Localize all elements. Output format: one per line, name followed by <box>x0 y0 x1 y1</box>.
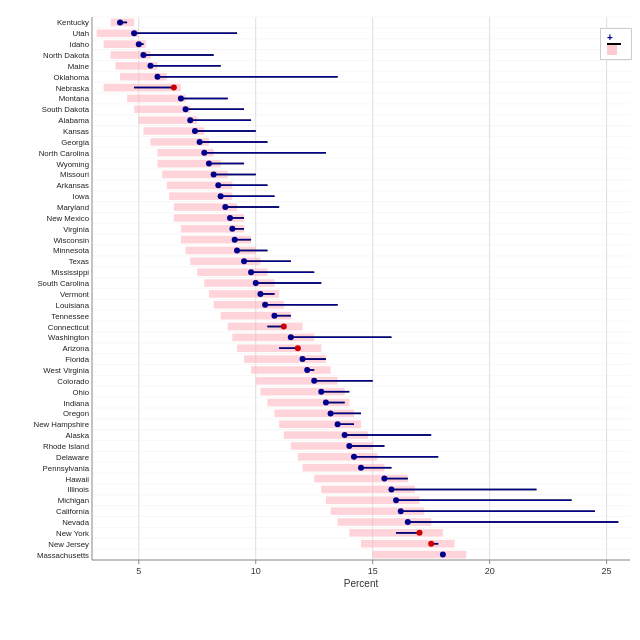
svg-point-122 <box>192 128 198 134</box>
svg-point-92 <box>147 63 153 69</box>
svg-text:Delaware: Delaware <box>56 453 89 462</box>
svg-point-207 <box>271 313 277 319</box>
svg-point-77 <box>131 30 137 36</box>
svg-point-212 <box>281 324 287 330</box>
svg-point-177 <box>234 247 240 253</box>
svg-text:North Carolina: North Carolina <box>39 149 90 158</box>
svg-text:California: California <box>56 507 90 516</box>
svg-point-157 <box>222 204 228 210</box>
svg-point-307 <box>416 530 422 536</box>
svg-text:Kentucky: Kentucky <box>57 18 89 27</box>
svg-point-217 <box>288 334 294 340</box>
svg-point-247 <box>323 400 329 406</box>
svg-rect-209 <box>228 323 303 331</box>
svg-point-182 <box>241 258 247 264</box>
svg-text:New Mexico: New Mexico <box>47 214 90 223</box>
svg-point-187 <box>248 269 254 275</box>
svg-point-232 <box>304 367 310 373</box>
svg-point-197 <box>257 291 263 297</box>
svg-point-152 <box>218 193 224 199</box>
svg-text:Pennsylvania: Pennsylvania <box>43 464 90 473</box>
svg-point-257 <box>335 421 341 427</box>
svg-text:Arkansas: Arkansas <box>56 181 89 190</box>
svg-point-267 <box>346 443 352 449</box>
svg-text:5: 5 <box>136 566 141 576</box>
svg-point-112 <box>183 106 189 112</box>
svg-text:25: 25 <box>602 566 612 576</box>
svg-text:20: 20 <box>485 566 495 576</box>
svg-text:Maine: Maine <box>68 62 89 71</box>
svg-text:South Dakota: South Dakota <box>42 105 90 114</box>
svg-point-277 <box>358 465 364 471</box>
svg-text:Iowa: Iowa <box>73 192 90 201</box>
svg-point-312 <box>428 541 434 547</box>
svg-text:Vermont: Vermont <box>60 290 90 299</box>
svg-point-252 <box>328 410 334 416</box>
svg-point-192 <box>253 280 259 286</box>
svg-text:Georgia: Georgia <box>61 138 89 147</box>
current-rate-icon: + <box>607 33 613 43</box>
svg-text:New Hampshire: New Hampshire <box>34 420 89 429</box>
svg-point-302 <box>405 519 411 525</box>
legend-prev-year <box>607 45 625 55</box>
svg-text:Minnesota: Minnesota <box>53 246 90 255</box>
svg-text:Utah: Utah <box>73 29 89 38</box>
svg-text:Nebraska: Nebraska <box>56 84 90 93</box>
chart-container: + 510152025PercentKentuckyUtahIdahoNorth… <box>0 0 640 640</box>
svg-text:Nevada: Nevada <box>62 518 90 527</box>
svg-point-97 <box>154 74 160 80</box>
svg-point-117 <box>187 117 193 123</box>
svg-text:Connecticut: Connecticut <box>48 323 90 332</box>
svg-text:Percent: Percent <box>344 578 379 589</box>
svg-text:Mississippi: Mississippi <box>51 268 89 277</box>
svg-point-242 <box>318 389 324 395</box>
svg-text:Kansas: Kansas <box>63 127 89 136</box>
legend: + <box>600 28 632 60</box>
svg-text:Florida: Florida <box>65 355 89 364</box>
svg-point-82 <box>136 41 142 47</box>
svg-text:Colorado: Colorado <box>57 377 89 386</box>
svg-rect-104 <box>127 95 185 103</box>
svg-text:Indiana: Indiana <box>63 399 89 408</box>
svg-point-87 <box>140 52 146 58</box>
svg-text:Alabama: Alabama <box>58 116 89 125</box>
svg-point-202 <box>262 302 268 308</box>
svg-point-137 <box>206 161 212 167</box>
svg-point-132 <box>201 150 207 156</box>
svg-point-317 <box>440 552 446 558</box>
svg-text:South Carolina: South Carolina <box>37 279 89 288</box>
svg-text:Tennessee: Tennessee <box>51 312 89 321</box>
svg-point-147 <box>215 182 221 188</box>
svg-text:Rhode Island: Rhode Island <box>43 442 89 451</box>
svg-text:Texas: Texas <box>69 257 89 266</box>
svg-point-287 <box>388 486 394 492</box>
svg-text:Alaska: Alaska <box>66 431 90 440</box>
svg-point-167 <box>229 226 235 232</box>
svg-text:Oregon: Oregon <box>63 409 89 418</box>
svg-text:Maryland: Maryland <box>57 203 89 212</box>
svg-point-222 <box>295 345 301 351</box>
svg-text:Arizona: Arizona <box>63 344 90 353</box>
svg-text:Wisconsin: Wisconsin <box>53 236 89 245</box>
svg-text:Oklahoma: Oklahoma <box>53 73 89 82</box>
svg-point-292 <box>393 497 399 503</box>
svg-text:10: 10 <box>251 566 261 576</box>
svg-text:Ohio: Ohio <box>73 388 90 397</box>
legend-current-rate: + <box>607 33 625 43</box>
svg-point-107 <box>178 95 184 101</box>
svg-text:Massachusetts: Massachusetts <box>37 551 89 560</box>
svg-point-172 <box>232 237 238 243</box>
prev-year-icon <box>607 45 617 55</box>
svg-text:Washington: Washington <box>48 333 89 342</box>
svg-point-272 <box>351 454 357 460</box>
svg-point-262 <box>342 432 348 438</box>
svg-point-297 <box>398 508 404 514</box>
svg-point-227 <box>300 356 306 362</box>
svg-text:Illinois: Illinois <box>67 485 89 494</box>
svg-point-237 <box>311 378 317 384</box>
main-chart: 510152025PercentKentuckyUtahIdahoNorth D… <box>0 12 640 592</box>
svg-text:New York: New York <box>56 529 89 538</box>
svg-point-282 <box>381 476 387 482</box>
svg-point-127 <box>197 139 203 145</box>
svg-rect-314 <box>373 551 467 559</box>
